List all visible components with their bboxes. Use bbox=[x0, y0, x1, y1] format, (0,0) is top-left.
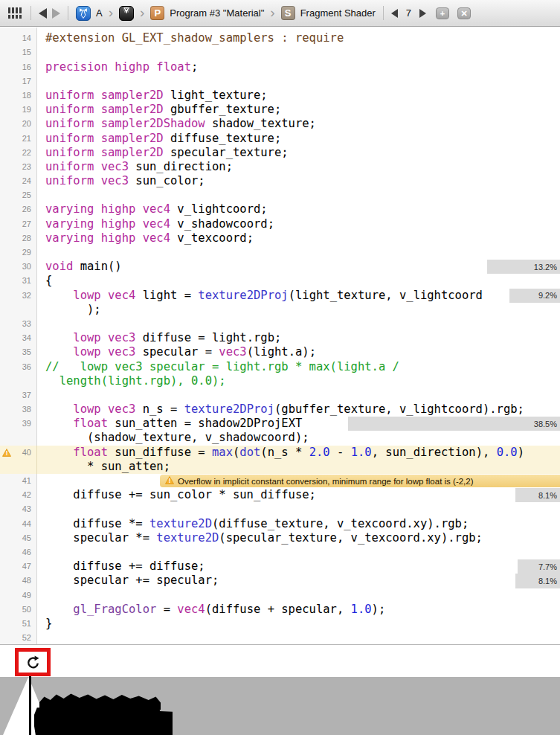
line-number-gutter[interactable]: 48 bbox=[0, 574, 37, 588]
line-number-gutter[interactable]: 45 bbox=[0, 531, 37, 545]
source-line[interactable]: specular *= texture2D(specular_texture, … bbox=[37, 531, 560, 545]
line-number-gutter[interactable]: 31 bbox=[0, 274, 37, 288]
source-line[interactable]: { bbox=[37, 274, 560, 288]
source-line[interactable]: diffuse += diffuse; bbox=[37, 559, 560, 574]
line-number-gutter[interactable]: 27 bbox=[0, 217, 37, 231]
line-number-gutter[interactable]: 23 bbox=[0, 160, 37, 174]
related-items-icon[interactable] bbox=[7, 6, 23, 20]
line-number-gutter[interactable] bbox=[0, 303, 37, 317]
breadcrumb-shader[interactable]: Fragment Shader bbox=[300, 7, 376, 19]
line-number-gutter[interactable]: 36 bbox=[0, 360, 37, 374]
source-line[interactable]: uniform sampler2DShadow shadow_texture; bbox=[37, 117, 560, 131]
source-line[interactable]: diffuse *= texture2D(diffuse_texture, v_… bbox=[37, 517, 560, 531]
line-number-gutter[interactable]: 26 bbox=[0, 202, 37, 216]
source-line[interactable]: void main() bbox=[37, 260, 560, 274]
source-line[interactable] bbox=[37, 45, 560, 60]
line-number-gutter[interactable]: 33 bbox=[0, 317, 37, 331]
line-number-gutter[interactable]: 34 bbox=[0, 331, 37, 345]
source-line[interactable]: lowp vec3 specular = vec3(light.a); bbox=[37, 345, 560, 359]
source-line[interactable]: uniform sampler2D diffuse_texture; bbox=[37, 132, 560, 146]
line-number-gutter[interactable]: !40 bbox=[0, 446, 37, 460]
line-number-gutter[interactable]: 42 bbox=[0, 488, 37, 502]
source-line[interactable]: gl_FragColor = vec4(diffuse + specular, … bbox=[37, 603, 560, 617]
history-forward-button[interactable] bbox=[52, 8, 60, 19]
source-line[interactable] bbox=[37, 74, 560, 89]
source-line[interactable] bbox=[37, 245, 560, 260]
source-line[interactable] bbox=[37, 188, 560, 202]
source-line[interactable]: uniform sampler2D specular_texture; bbox=[37, 146, 560, 160]
source-line[interactable]: lowp vec3 n_s = texture2DProj(gbuffer_te… bbox=[37, 402, 560, 417]
refresh-shader-button[interactable] bbox=[25, 654, 42, 671]
source-line[interactable]: ); bbox=[37, 303, 560, 317]
source-line[interactable]: diffuse += sun_color * sun_diffuse; bbox=[37, 488, 560, 502]
source-line[interactable]: #extension GL_EXT_shadow_samplers : requ… bbox=[37, 31, 560, 45]
line-number-gutter[interactable]: 32 bbox=[0, 289, 37, 303]
source-line[interactable] bbox=[37, 631, 560, 644]
line-number-gutter[interactable] bbox=[0, 431, 37, 445]
line-number-gutter[interactable]: 16 bbox=[0, 60, 37, 74]
source-line[interactable] bbox=[37, 317, 560, 331]
line-number-gutter[interactable]: 38 bbox=[0, 402, 37, 417]
breadcrumb-app[interactable]: A bbox=[96, 7, 103, 19]
source-line[interactable]: uniform vec3 sun_color; bbox=[37, 174, 560, 188]
source-line[interactable]: varying highp vec4 v_lightcoord; bbox=[37, 202, 560, 216]
history-back-button[interactable] bbox=[39, 8, 47, 19]
line-number-gutter[interactable]: 51 bbox=[0, 617, 37, 631]
line-number-gutter[interactable]: 47 bbox=[0, 559, 37, 574]
pager-next-button[interactable] bbox=[419, 9, 426, 18]
line-number-gutter[interactable]: 21 bbox=[0, 132, 37, 146]
warning-banner[interactable]: !Overflow in implicit constant conversio… bbox=[160, 475, 560, 487]
frame-capture-tuxedo-icon[interactable] bbox=[119, 6, 134, 21]
warning-icon[interactable]: ! bbox=[2, 449, 11, 458]
source-line[interactable]: lowp vec4 light = texture2DProj(light_te… bbox=[37, 289, 560, 303]
line-number-gutter[interactable]: 41 bbox=[0, 474, 37, 488]
source-line[interactable]: } bbox=[37, 617, 560, 631]
line-number-gutter[interactable]: 15 bbox=[0, 45, 37, 60]
source-line[interactable]: * sun_atten; bbox=[37, 460, 560, 474]
source-line[interactable]: float sun_diffuse = max(dot(n_s * 2.0 - … bbox=[37, 446, 560, 460]
line-number-gutter[interactable]: 46 bbox=[0, 545, 37, 559]
line-number-gutter[interactable]: 19 bbox=[0, 103, 37, 117]
line-number-gutter[interactable]: 28 bbox=[0, 231, 37, 245]
line-number-gutter[interactable]: 37 bbox=[0, 388, 37, 402]
close-view-button[interactable]: ✕ bbox=[457, 7, 471, 19]
line-number-gutter[interactable]: 39 bbox=[0, 417, 37, 431]
line-number-gutter[interactable] bbox=[0, 460, 37, 474]
source-line[interactable] bbox=[37, 545, 560, 559]
line-number-gutter[interactable]: 49 bbox=[0, 588, 37, 603]
line-number-gutter[interactable] bbox=[0, 374, 37, 388]
line-number-gutter[interactable]: 18 bbox=[0, 89, 37, 103]
source-line[interactable]: length(light.rgb), 0.0); bbox=[37, 374, 560, 388]
line-number-gutter[interactable]: 50 bbox=[0, 603, 37, 617]
line-number-gutter[interactable]: 52 bbox=[0, 631, 37, 644]
line-number-gutter[interactable]: 22 bbox=[0, 146, 37, 160]
source-line[interactable]: varying highp vec4 v_texcoord; bbox=[37, 231, 560, 245]
line-number-gutter[interactable]: 29 bbox=[0, 245, 37, 260]
line-number-gutter[interactable]: 30 bbox=[0, 260, 37, 274]
source-line[interactable]: uniform sampler2D light_texture; bbox=[37, 89, 560, 103]
breadcrumb-program[interactable]: Program #3 "Material" bbox=[170, 7, 264, 19]
source-line[interactable] bbox=[37, 502, 560, 516]
line-number-gutter[interactable]: 35 bbox=[0, 345, 37, 359]
line-number-gutter[interactable]: 43 bbox=[0, 502, 37, 516]
line-number-gutter[interactable]: 44 bbox=[0, 517, 37, 531]
source-line[interactable]: varying highp vec4 v_shadowcoord; bbox=[37, 217, 560, 231]
add-view-button[interactable]: + bbox=[436, 7, 449, 19]
source-line[interactable]: uniform sampler2D gbuffer_texture; bbox=[37, 103, 560, 117]
capture-frame-icon[interactable] bbox=[76, 6, 91, 21]
line-number-gutter[interactable]: 17 bbox=[0, 74, 37, 89]
source-line[interactable]: specular += specular; bbox=[37, 574, 560, 588]
line-number-gutter[interactable]: 20 bbox=[0, 117, 37, 131]
source-line[interactable]: lowp vec3 diffuse = light.rgb; bbox=[37, 331, 560, 345]
source-line[interactable]: uniform vec3 sun_direction; bbox=[37, 160, 560, 174]
source-line[interactable]: // lowp vec3 specular = light.rgb * max(… bbox=[37, 360, 560, 374]
source-line[interactable] bbox=[37, 388, 560, 402]
line-number-gutter[interactable]: 14 bbox=[0, 31, 37, 45]
source-line[interactable]: precision highp float; bbox=[37, 60, 560, 74]
source-line[interactable]: (shadow_texture, v_shadowcoord); bbox=[37, 431, 560, 445]
line-number-gutter[interactable]: 25 bbox=[0, 188, 37, 202]
pager-previous-button[interactable] bbox=[391, 9, 398, 18]
shader-source-editor[interactable]: 1314#extension GL_EXT_shadow_samplers : … bbox=[0, 28, 560, 644]
source-line[interactable] bbox=[37, 588, 560, 603]
line-number-gutter[interactable]: 24 bbox=[0, 174, 37, 188]
